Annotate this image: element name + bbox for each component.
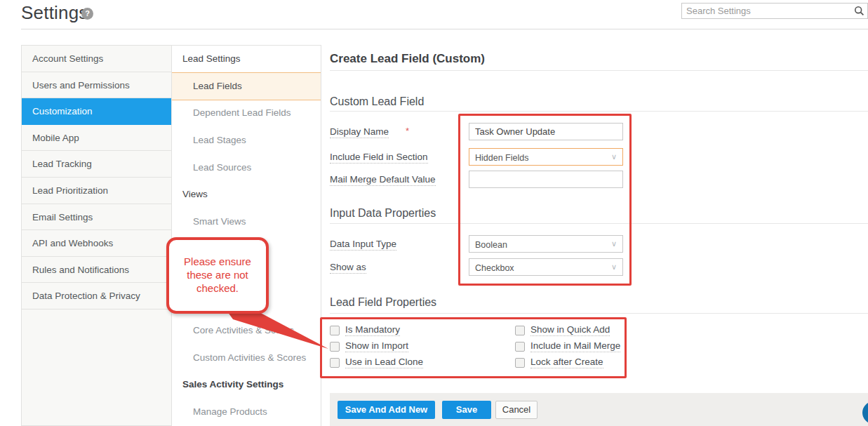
submenu-header-views[interactable]: Views bbox=[172, 181, 321, 208]
divider bbox=[330, 223, 868, 224]
sidebar-item-lead-tracking[interactable]: Lead Tracking bbox=[22, 151, 171, 178]
search-icon[interactable] bbox=[854, 6, 864, 16]
select-data-input-type[interactable]: Boolean∨ bbox=[469, 235, 623, 253]
cancel-button[interactable]: Cancel bbox=[495, 401, 538, 419]
chevron-down-icon: ∨ bbox=[611, 149, 617, 165]
chevron-down-icon: ∨ bbox=[611, 236, 617, 252]
checkbox-include-in-mail-merge[interactable]: Include in Mail Merge bbox=[515, 338, 632, 354]
submenu-header-sales-activity-settings[interactable]: Sales Activity Settings bbox=[172, 371, 321, 399]
field-label-display-name: Display Name bbox=[330, 126, 389, 138]
submenu-item-smart-views[interactable]: Smart Views bbox=[172, 208, 321, 236]
save-and-add-new-button[interactable]: Save And Add New bbox=[338, 401, 435, 419]
checkbox-box[interactable] bbox=[330, 358, 340, 368]
submenu-item-lead-stages[interactable]: Lead Stages bbox=[172, 127, 321, 154]
checkbox-box[interactable] bbox=[515, 326, 525, 335]
form-row-data-input-type: Data Input TypeBoolean∨ bbox=[330, 235, 632, 253]
checkbox-label: Show in Import bbox=[345, 340, 408, 352]
header-divider bbox=[21, 29, 868, 29]
field-label-data-input-type: Data Input Type bbox=[330, 239, 396, 251]
selected-value: Hidden Fields bbox=[469, 153, 528, 163]
input-display-name[interactable] bbox=[469, 123, 623, 140]
save-button[interactable]: Save bbox=[442, 401, 491, 419]
checkbox-label: Use in Lead Clone bbox=[345, 357, 423, 368]
submenu-item-custom-activities-scores[interactable]: Custom Activities & Scores bbox=[172, 345, 321, 372]
sidebar-item-account-settings[interactable]: Account Settings bbox=[22, 46, 171, 72]
help-icon[interactable]: ? bbox=[81, 8, 93, 20]
submenu-item-lead-fields[interactable]: Lead Fields bbox=[172, 73, 321, 100]
content-title: Create Lead Field (Custom) bbox=[330, 52, 485, 66]
divider bbox=[330, 111, 868, 112]
field-label-show-as: Show as bbox=[330, 262, 366, 274]
search-box bbox=[681, 3, 868, 19]
required-asterisk: * bbox=[406, 126, 409, 136]
checkbox-use-in-lead-clone[interactable]: Use in Lead Clone bbox=[330, 354, 515, 371]
checkbox-box[interactable] bbox=[330, 326, 340, 335]
page-title: Settings bbox=[21, 2, 88, 24]
lead-field-properties-checkboxes: Is MandatoryShow in ImportUse in Lead Cl… bbox=[330, 322, 632, 371]
form-row-show-as: Show asCheckbox∨ bbox=[330, 258, 632, 276]
checkbox-show-in-quick-add[interactable]: Show in Quick Add bbox=[515, 322, 632, 338]
checkbox-lock-after-create[interactable]: Lock after Create bbox=[515, 354, 632, 371]
selected-value: Checkbox bbox=[469, 263, 514, 273]
divider bbox=[330, 313, 868, 314]
checkbox-is-mandatory[interactable]: Is Mandatory bbox=[330, 322, 515, 338]
checkbox-label: Is Mandatory bbox=[345, 324, 400, 336]
sidebar-item-api-and-webhooks[interactable]: API and Webhooks bbox=[22, 230, 171, 257]
sidebar-item-data-protection-privacy[interactable]: Data Protection & Privacy bbox=[22, 283, 171, 309]
select-show-as[interactable]: Checkbox∨ bbox=[469, 258, 623, 276]
sidebar-item-rules-and-notifications[interactable]: Rules and Notifications bbox=[22, 257, 171, 284]
divider bbox=[330, 70, 868, 71]
submenu-item-dependent-lead-fields[interactable]: Dependent Lead Fields bbox=[172, 100, 321, 127]
sidebar-item-mobile-app[interactable]: Mobile App bbox=[22, 125, 171, 152]
checkbox-label: Show in Quick Add bbox=[530, 324, 610, 336]
submenu-item-manage-products[interactable]: Manage Products bbox=[172, 399, 321, 426]
select-include-field-in-section[interactable]: Hidden Fields∨ bbox=[469, 148, 623, 166]
section-title-lead-field-properties: Lead Field Properties bbox=[330, 296, 436, 309]
input-mail-merge-default-value[interactable] bbox=[469, 171, 623, 188]
form-row-display-name: Display Name* bbox=[330, 123, 632, 140]
chevron-down-icon: ∨ bbox=[611, 259, 617, 275]
sidebar-item-customization[interactable]: Customization bbox=[22, 98, 171, 125]
sidebar-item-users-and-permissions[interactable]: Users and Permissions bbox=[22, 72, 171, 99]
checkbox-label: Include in Mail Merge bbox=[530, 340, 620, 352]
submenu-item-core-activities-scores[interactable]: Core Activities & Scores bbox=[172, 317, 321, 345]
lead-settings-submenu: Lead SettingsLead FieldsDependent Lead F… bbox=[172, 45, 321, 426]
form-row-include-field-in-section: Include Field in SectionHidden Fields∨ bbox=[330, 148, 632, 166]
sidebar-item-email-settings[interactable]: Email Settings bbox=[22, 204, 171, 231]
settings-page: Settings ? Account SettingsUsers and Per… bbox=[0, 0, 868, 426]
field-label-mail-merge-default-value: Mail Merge Default Value bbox=[330, 174, 436, 186]
form-footer: Save And Add NewSaveCancel bbox=[330, 393, 868, 426]
section-title-input-data-properties: Input Data Properties bbox=[330, 207, 436, 220]
selected-value: Boolean bbox=[469, 240, 507, 250]
field-label-include-field-in-section: Include Field in Section bbox=[330, 152, 428, 164]
submenu-header-lead-settings[interactable]: Lead Settings bbox=[172, 46, 321, 73]
search-input[interactable] bbox=[682, 4, 854, 18]
checkbox-label: Lock after Create bbox=[530, 357, 603, 368]
checkbox-box[interactable] bbox=[515, 358, 525, 368]
form-row-mail-merge-default-value: Mail Merge Default Value bbox=[330, 171, 632, 188]
checkbox-box[interactable] bbox=[515, 342, 525, 352]
checkbox-box[interactable] bbox=[330, 342, 340, 352]
checkbox-show-in-import[interactable]: Show in Import bbox=[330, 338, 515, 354]
settings-sidebar: Account SettingsUsers and PermissionsCus… bbox=[21, 45, 172, 426]
section-title-custom-lead-field: Custom Lead Field bbox=[330, 95, 424, 108]
sidebar-item-lead-prioritization[interactable]: Lead Prioritization bbox=[22, 178, 171, 204]
submenu-item-lead-sources[interactable]: Lead Sources bbox=[172, 154, 321, 182]
